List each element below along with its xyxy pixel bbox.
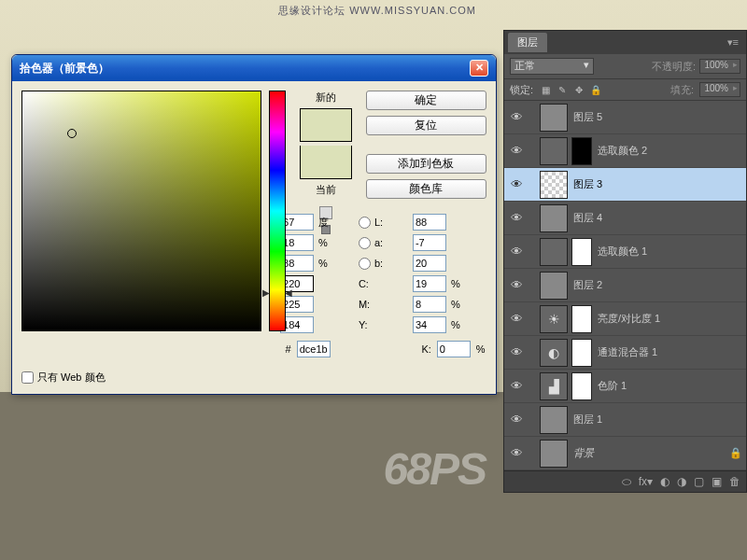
- layer-name-label[interactable]: 图层 3: [571, 177, 742, 191]
- layer-name-label[interactable]: 图层 4: [571, 211, 742, 225]
- lock-pixels-icon[interactable]: ✎: [556, 83, 569, 96]
- lab-b-input[interactable]: [413, 255, 446, 272]
- layer-name-label[interactable]: 图层 1: [571, 413, 742, 427]
- lab-b-radio[interactable]: b:: [359, 258, 408, 270]
- adjustment-icon[interactable]: ◑: [677, 475, 686, 488]
- new-label: 新的: [316, 91, 336, 105]
- web-only-checkbox[interactable]: [21, 371, 34, 384]
- layer-row[interactable]: 👁选取颜色 1: [504, 235, 746, 269]
- layer-name-label[interactable]: 图层 2: [571, 278, 742, 292]
- fill-label: 填充:: [670, 83, 694, 97]
- h-unit: 度: [318, 216, 354, 230]
- blend-mode-select[interactable]: 正常 ▾: [510, 58, 594, 75]
- mask-thumbnail[interactable]: [571, 339, 592, 367]
- color-lib-button[interactable]: 颜色库: [366, 179, 486, 199]
- mask-icon[interactable]: ◐: [660, 475, 669, 488]
- layer-name-label[interactable]: 色阶 1: [596, 379, 742, 393]
- new-layer-icon[interactable]: ▣: [712, 475, 722, 488]
- new-color-swatch[interactable]: [300, 108, 352, 142]
- l-input[interactable]: [413, 214, 446, 231]
- dialog-body: ▶◀ 新的 当前 确定 复位 添加到色板 颜色库 H: 度 L: S:: [12, 81, 496, 367]
- layer-row[interactable]: 👁选取颜色 2: [504, 134, 746, 168]
- layer-thumbnail[interactable]: [540, 440, 568, 468]
- hex-prefix: #: [286, 343, 291, 355]
- lock-all-icon[interactable]: 🔒: [589, 83, 602, 96]
- layer-thumbnail[interactable]: [540, 137, 568, 165]
- layer-row[interactable]: 👁图层 5: [504, 101, 746, 134]
- l-radio[interactable]: L:: [359, 217, 408, 229]
- lock-transparent-icon[interactable]: ▦: [539, 83, 552, 96]
- panel-menu-icon[interactable]: ▾≡: [724, 36, 742, 49]
- current-color-swatch[interactable]: [300, 146, 352, 179]
- add-swatch-button[interactable]: 添加到色板: [366, 154, 486, 174]
- layer-name-label[interactable]: 选取颜色 1: [596, 245, 742, 259]
- fill-input[interactable]: 100%: [699, 82, 740, 97]
- layer-row[interactable]: 👁图层 1: [504, 403, 746, 437]
- folder-icon[interactable]: ▢: [694, 475, 704, 488]
- a-input[interactable]: [413, 234, 446, 251]
- layer-thumbnail[interactable]: ☀: [540, 305, 568, 333]
- layer-thumbnail[interactable]: [540, 104, 568, 132]
- layer-thumbnail[interactable]: ▟: [540, 372, 568, 400]
- visibility-icon[interactable]: 👁: [508, 278, 525, 292]
- visibility-icon[interactable]: 👁: [508, 312, 525, 326]
- mask-thumbnail[interactable]: [571, 238, 592, 266]
- layer-row[interactable]: 👁图层 4: [504, 202, 746, 235]
- layer-thumbnail[interactable]: [540, 171, 568, 199]
- layer-row[interactable]: 👁▟色阶 1: [504, 370, 746, 403]
- visibility-icon[interactable]: 👁: [508, 379, 525, 393]
- layer-thumbnail[interactable]: [540, 406, 568, 434]
- layer-name-label[interactable]: 亮度/对比度 1: [596, 312, 742, 326]
- lock-position-icon[interactable]: ✥: [572, 83, 585, 96]
- layer-name-label[interactable]: 图层 5: [571, 110, 742, 124]
- layer-thumbnail[interactable]: [540, 272, 568, 300]
- m-input[interactable]: [413, 296, 446, 313]
- visibility-icon[interactable]: 👁: [508, 345, 525, 359]
- k-input[interactable]: [437, 341, 471, 357]
- a-radio[interactable]: a:: [359, 237, 408, 249]
- layer-row[interactable]: 👁◐通道混合器 1: [504, 336, 746, 370]
- mask-thumbnail[interactable]: [571, 305, 592, 333]
- hex-input[interactable]: [297, 341, 331, 357]
- dialog-title: 拾色器（前景色）: [20, 61, 109, 77]
- visibility-icon[interactable]: 👁: [508, 245, 525, 259]
- hue-slider-handle[interactable]: ▶◀: [262, 287, 292, 298]
- layer-name-label[interactable]: 背景: [571, 446, 726, 460]
- visibility-icon[interactable]: 👁: [508, 413, 525, 427]
- visibility-icon[interactable]: 👁: [508, 110, 525, 124]
- visibility-icon[interactable]: 👁: [508, 446, 525, 460]
- y-label: Y:: [359, 319, 408, 330]
- visibility-icon[interactable]: 👁: [508, 177, 525, 191]
- y-input[interactable]: [413, 316, 446, 333]
- layer-name-label[interactable]: 选取颜色 2: [596, 144, 742, 158]
- trash-icon[interactable]: 🗑: [729, 475, 740, 488]
- k-label: K:: [421, 343, 430, 355]
- close-icon[interactable]: ✕: [470, 60, 488, 77]
- layers-panel: 图层 ▾≡ 正常 ▾ 不透明度: 100% 锁定: ▦ ✎ ✥ 🔒 填充: 10…: [503, 30, 747, 493]
- layer-row[interactable]: 👁图层 2: [504, 269, 746, 302]
- layer-name-label[interactable]: 通道混合器 1: [596, 345, 742, 359]
- tab-layers[interactable]: 图层: [508, 33, 547, 52]
- layer-thumbnail[interactable]: [540, 238, 568, 266]
- dialog-titlebar[interactable]: 拾色器（前景色） ✕: [12, 55, 496, 81]
- color-field-marker[interactable]: [67, 129, 77, 138]
- reset-button[interactable]: 复位: [366, 116, 486, 135]
- link-layers-icon[interactable]: ⬭: [622, 475, 631, 488]
- color-field[interactable]: [21, 91, 261, 331]
- panel-tabbar: 图层 ▾≡: [504, 31, 746, 54]
- layer-thumbnail[interactable]: ◐: [540, 339, 568, 367]
- ok-button[interactable]: 确定: [366, 91, 486, 110]
- opacity-input[interactable]: 100%: [699, 59, 740, 74]
- layer-thumbnail[interactable]: [540, 204, 568, 232]
- visibility-icon[interactable]: 👁: [508, 144, 525, 158]
- hue-slider[interactable]: ▶◀: [269, 91, 286, 331]
- web-only-label: 只有 Web 颜色: [37, 371, 106, 385]
- visibility-icon[interactable]: 👁: [508, 211, 525, 225]
- mask-thumbnail[interactable]: [571, 137, 592, 165]
- fx-icon[interactable]: fx▾: [639, 475, 653, 488]
- layer-row[interactable]: 👁图层 3: [504, 168, 746, 202]
- c-input[interactable]: [413, 275, 446, 292]
- layer-row[interactable]: 👁背景🔒: [504, 437, 746, 470]
- mask-thumbnail[interactable]: [571, 372, 592, 400]
- layer-row[interactable]: 👁☀亮度/对比度 1: [504, 302, 746, 336]
